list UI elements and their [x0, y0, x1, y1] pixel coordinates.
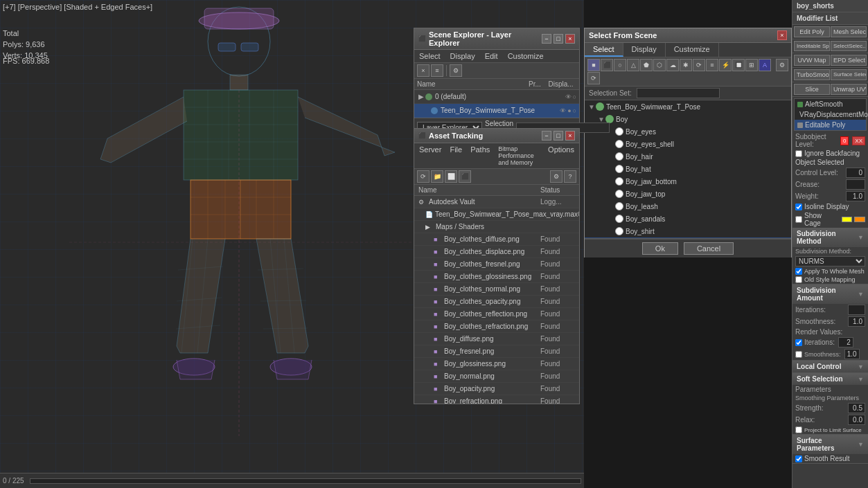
sfs-tab-display[interactable]: Display	[623, 43, 666, 57]
surface-params-title[interactable]: Surface Parameters ▼	[792, 435, 868, 454]
mod-btn-epd[interactable]: EPD Select	[831, 55, 867, 66]
project-limit-cb[interactable]	[795, 426, 802, 433]
sfs-close-btn[interactable]: ×	[777, 30, 787, 40]
subobj-btn[interactable]: 0	[840, 136, 849, 145]
progress-track[interactable]	[30, 478, 581, 484]
layer-row-1[interactable]: Teen_Boy_Swimwear_T_Pose 👁 ● ○	[414, 104, 579, 118]
tree-row-8[interactable]: Boy_leash	[585, 200, 791, 213]
strength-input[interactable]	[848, 403, 865, 413]
asset-row-15[interactable]: ■ Boy_opacity.png Found	[414, 383, 579, 395]
layer-explorer-minimize-btn[interactable]: −	[542, 34, 551, 44]
asset-btn-2[interactable]: 📁	[431, 170, 443, 183]
asset-btn-6[interactable]: ?	[564, 170, 576, 183]
asset-row-14[interactable]: ■ Boy_normal.png Found	[414, 370, 579, 383]
subdiv-amount-collapse[interactable]: ▼	[858, 291, 864, 298]
tree-expand-6[interactable]	[607, 177, 615, 186]
asset-row-vault[interactable]: ⚙ Autodesk Vault Logg...	[414, 196, 579, 208]
sfs-cancel-btn[interactable]: Cancel	[684, 242, 734, 255]
asset-btn-1[interactable]: ⟳	[417, 170, 429, 183]
tree-row-6[interactable]: Boy_jaw_bottom	[585, 175, 791, 188]
render-smooth-input[interactable]	[844, 349, 860, 359]
mod-btn-slice[interactable]: Slice	[794, 84, 830, 95]
sfs-btn-6[interactable]: ⬡	[653, 59, 666, 71]
asset-btn-3[interactable]: ⬜	[445, 170, 457, 183]
sfs-tab-customize[interactable]: Customize	[666, 43, 719, 57]
control-level-input[interactable]	[846, 168, 865, 178]
mod-btn-mesh-select[interactable]: Mesh Select	[831, 26, 867, 37]
show-cage-cb[interactable]	[795, 216, 802, 223]
isoline-cb[interactable]	[795, 204, 802, 210]
tree-row-9[interactable]: Boy_sandals	[585, 213, 791, 225]
asset-maximize-btn[interactable]: □	[553, 131, 563, 141]
le-menu-edit[interactable]: Edit	[483, 51, 500, 61]
layer-expand-0[interactable]: ▶	[417, 93, 425, 101]
surface-params-collapse[interactable]: ▼	[858, 441, 864, 448]
tree-row-5[interactable]: Boy_hat	[585, 163, 791, 175]
asset-row-9[interactable]: ■ Boy_clothes_reflection.png Found	[414, 308, 579, 320]
weight-input[interactable]	[846, 191, 865, 201]
smooth-result-cb[interactable]	[795, 455, 802, 462]
sfs-btn-10[interactable]: ≡	[706, 59, 718, 71]
asset-row-16[interactable]: ■ Boy_refraction.png Found	[414, 395, 579, 404]
sfs-tab-select[interactable]: Select	[585, 43, 623, 57]
sfs-btn-3[interactable]: ○	[614, 59, 626, 71]
asset-row-5[interactable]: ■ Boy_clothes_fresnel.png Found	[414, 258, 579, 271]
tree-row-0[interactable]: ▼ Teen_Boy_Swimwear_T_Pose	[585, 100, 791, 113]
asset-row-6[interactable]: ■ Boy_clothes_glossiness.png Found	[414, 271, 579, 283]
smoothness-input[interactable]	[848, 316, 865, 327]
iterations-input[interactable]	[848, 305, 865, 315]
asset-row-4[interactable]: ■ Boy_clothes_displace.png Found	[414, 246, 579, 258]
soft-selection-title[interactable]: Soft Selection ▼	[792, 373, 868, 385]
mod-btn-uvw[interactable]: UVW Map	[794, 55, 830, 66]
asset-minimize-btn[interactable]: −	[542, 131, 551, 141]
tree-row-7[interactable]: Boy_jaw_top	[585, 188, 791, 200]
tree-expand-5[interactable]	[607, 165, 615, 173]
crease-input[interactable]	[846, 179, 865, 190]
mod-btn-surface-select[interactable]: Surface Select	[831, 69, 867, 80]
relax-input[interactable]	[848, 415, 865, 425]
subdiv-method-select[interactable]: NURMS	[795, 256, 865, 266]
mod-stack-editable-poly[interactable]: Editable Poly	[795, 120, 866, 130]
tree-expand-9[interactable]	[607, 215, 615, 223]
asset-menu-options[interactable]: Options	[546, 145, 576, 167]
sfs-ok-btn[interactable]: Ok	[642, 242, 678, 255]
sfs-btn-8[interactable]: ✱	[680, 59, 692, 71]
le-menu-display[interactable]: Display	[448, 51, 477, 61]
le-menu-customize[interactable]: Customize	[506, 51, 546, 61]
tree-expand-3[interactable]	[607, 140, 615, 148]
asset-row-mainfile[interactable]: 📄 Teen_Boy_Swimwear_T_Pose_max_vray.max …	[414, 208, 579, 221]
mod-btn-turbosmooth[interactable]: TurboSmooth	[794, 69, 830, 80]
le-btn-2[interactable]: ≡	[431, 64, 443, 77]
le-btn-1[interactable]: ×	[417, 64, 429, 77]
tree-row-10[interactable]: Boy_shirt	[585, 225, 791, 237]
mod-stack-vray[interactable]: VRayDisplacementMod	[795, 109, 866, 120]
sfs-btn-5[interactable]: ⬟	[640, 59, 653, 71]
asset-menu-server[interactable]: Server	[417, 145, 443, 167]
sfs-btn-12[interactable]: 🔲	[732, 59, 745, 71]
mod-btn-ineditable[interactable]: Ineditable Split	[794, 41, 830, 51]
tree-row-1[interactable]: ▼ Boy	[585, 113, 791, 125]
layer-explorer-maximize-btn[interactable]: □	[553, 34, 563, 44]
subobj-xx-btn[interactable]: XX	[852, 136, 865, 145]
mod-btn-selectselec[interactable]: SelectSelec...	[831, 41, 867, 51]
sfs-btn-11[interactable]: ⚡	[719, 59, 732, 71]
local-control-title[interactable]: Local Control ▼	[792, 361, 868, 372]
cage-color-2[interactable]	[854, 217, 865, 222]
sfs-selection-set-input[interactable]	[637, 88, 720, 98]
subdiv-method-collapse[interactable]: ▼	[858, 234, 864, 241]
soft-selection-collapse[interactable]: ▼	[858, 376, 864, 383]
tree-expand-7[interactable]	[607, 190, 615, 198]
layer-expand-1[interactable]	[417, 107, 425, 115]
sfs-btn-4[interactable]: △	[627, 59, 639, 71]
sfs-btn-refresh[interactable]: ⟳	[587, 72, 600, 84]
asset-row-3[interactable]: ■ Boy_clothes_diffuse.png Found	[414, 233, 579, 246]
asset-row-8[interactable]: ■ Boy_clothes_opacity.png Found	[414, 296, 579, 308]
layer-row-0[interactable]: ▶ 0 (default) 👁 ○	[414, 90, 579, 104]
asset-menu-bitmap[interactable]: Bitmap Performance and Memory	[496, 145, 542, 167]
sfs-btn-settings[interactable]: ⚙	[776, 59, 788, 71]
sfs-btn-1[interactable]: ■	[587, 59, 600, 71]
asset-close-btn[interactable]: ×	[565, 131, 575, 141]
le-btn-3[interactable]: ⚙	[450, 64, 462, 77]
tree-expand-10[interactable]	[607, 227, 615, 235]
render-iter-input[interactable]	[838, 337, 853, 347]
